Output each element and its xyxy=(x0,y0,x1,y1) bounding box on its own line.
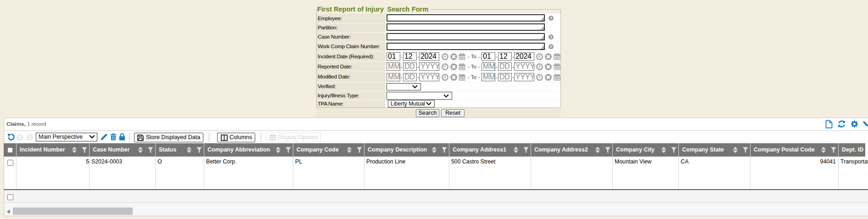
svg-text:?: ? xyxy=(550,45,553,49)
svg-text:?: ? xyxy=(550,35,553,39)
svg-text:?: ? xyxy=(550,16,553,21)
